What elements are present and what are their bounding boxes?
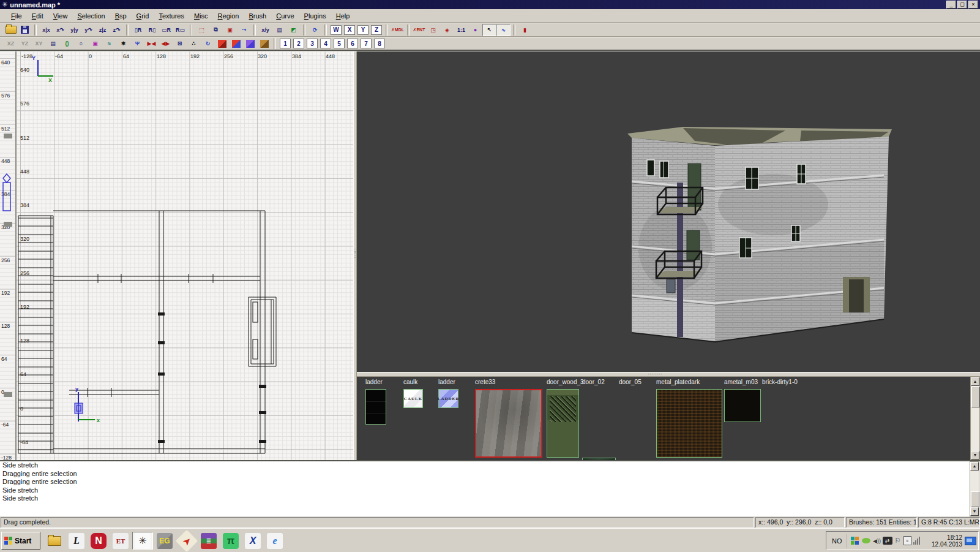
texture-tile-caulk[interactable]: CAULK: [403, 389, 423, 408]
rotate-e-icon[interactable]: ↻: [201, 37, 215, 50]
flag-icon[interactable]: ⚐: [892, 536, 903, 546]
restore-button[interactable]: ◻: [957, 1, 967, 9]
leaf-icon[interactable]: [861, 536, 872, 546]
explorer-icon[interactable]: [44, 532, 65, 550]
entity-inspector-icon[interactable]: ▤: [272, 24, 286, 36]
flip-y-icon[interactable]: y|y: [67, 24, 81, 36]
texture-browser[interactable]: ladder caulk CAULK ladder LADDER crete33…: [357, 377, 980, 460]
axis-w-button[interactable]: W: [331, 25, 342, 35]
menu-textures[interactable]: Textures: [154, 10, 189, 21]
select-mode-icon[interactable]: ↖: [482, 24, 496, 36]
view-xy-icon[interactable]: XY: [32, 37, 46, 50]
texture-scrollbar[interactable]: ▲ ▼: [970, 377, 980, 460]
group-3-button[interactable]: 3: [307, 39, 318, 48]
waves-icon[interactable]: ≈: [102, 37, 116, 50]
texture-swatch-red-icon[interactable]: [215, 37, 229, 50]
texture-swatch-brown-icon[interactable]: [257, 37, 271, 50]
close-button[interactable]: ×: [968, 1, 978, 9]
select-touching-icon[interactable]: R▯: [145, 24, 159, 36]
radiant-icon[interactable]: ✳: [132, 532, 153, 550]
save-icon[interactable]: [18, 24, 32, 36]
menu-bsp[interactable]: Bsp: [110, 10, 132, 21]
tray-clock[interactable]: 18:12 12.04.2013: [925, 534, 963, 548]
patch-icon[interactable]: (): [60, 37, 74, 50]
group-2-button[interactable]: 2: [293, 39, 304, 48]
rotate-x-icon[interactable]: x↷: [53, 24, 67, 36]
monitor-arrow-icon[interactable]: ⇄: [883, 537, 892, 545]
group-6-button[interactable]: 6: [347, 39, 358, 48]
console-scrollbar-thumb[interactable]: [971, 491, 979, 507]
connect-mode-icon[interactable]: ∿: [496, 24, 511, 36]
menu-plugins[interactable]: Plugins: [299, 10, 331, 21]
dont-select-models-icon[interactable]: ✗MDL: [391, 24, 405, 36]
select-inside-icon[interactable]: R▭: [173, 24, 187, 36]
scroll-down-icon[interactable]: ▼: [970, 507, 979, 516]
clipper-icon[interactable]: ⤳: [237, 24, 251, 36]
endcap-icon[interactable]: ▶◀: [144, 37, 159, 50]
menu-misc[interactable]: Misc: [189, 10, 213, 21]
group-1-button[interactable]: 1: [280, 39, 291, 48]
menu-help[interactable]: Help: [331, 10, 355, 21]
cap-icon[interactable]: ▣: [88, 37, 102, 50]
csg-merge-icon[interactable]: ⧉: [209, 24, 223, 36]
volume-icon[interactable]: ◀)): [872, 536, 883, 546]
select-partial-tall-icon[interactable]: ▭R: [159, 24, 173, 36]
texture-view-icon[interactable]: ◩: [286, 24, 301, 36]
anchor-icon[interactable]: Ψ: [130, 37, 144, 50]
group-8-button[interactable]: 8: [374, 39, 385, 48]
rotate-z-icon[interactable]: z↷: [110, 24, 124, 36]
l-editor-icon[interactable]: L: [66, 532, 87, 550]
menu-file[interactable]: File: [6, 10, 27, 21]
camera-view-3d[interactable]: [357, 51, 980, 372]
menu-selection[interactable]: Selection: [72, 10, 110, 21]
crossed-box-icon[interactable]: ⊠: [173, 37, 187, 50]
avg-icon[interactable]: [850, 536, 861, 546]
view-xz-icon[interactable]: XZ: [4, 37, 18, 50]
csg-subtract-icon[interactable]: ⬚: [195, 24, 209, 36]
flip-z-icon[interactable]: z|z: [95, 24, 110, 36]
z-axis-window[interactable]: 640 576 512 448 384 320 256 192 128 64 0…: [0, 51, 17, 460]
group-7-button[interactable]: 7: [361, 39, 372, 48]
flip-x-icon[interactable]: x|x: [39, 24, 53, 36]
clipboard-icon[interactable]: ≡: [903, 536, 911, 545]
network-icon[interactable]: [965, 537, 976, 545]
select-complete-tall-icon[interactable]: ▯R: [131, 24, 145, 36]
texture-tile-metal-platedark[interactable]: [656, 389, 722, 458]
language-indicator[interactable]: NO: [828, 537, 846, 545]
axis-x-button[interactable]: X: [344, 25, 355, 35]
eg-app-icon[interactable]: EG: [154, 532, 175, 550]
texture-tile-crete33-selected[interactable]: [475, 389, 542, 458]
scroll-up-icon[interactable]: ▲: [971, 377, 979, 386]
notepad-icon[interactable]: N: [88, 532, 109, 550]
menu-brush[interactable]: Brush: [244, 10, 271, 21]
texture-tile-ladder-blue[interactable]: LADDER: [438, 389, 458, 408]
menu-region[interactable]: Region: [213, 10, 244, 21]
change-views-icon[interactable]: x/y: [258, 24, 272, 36]
scroll-up-icon[interactable]: ▲: [970, 462, 979, 471]
texture-tile-door-wood-3[interactable]: [547, 389, 579, 458]
xfire-icon[interactable]: X: [242, 532, 263, 550]
group-5-button[interactable]: 5: [334, 39, 345, 48]
fit-icon[interactable]: 1:1: [454, 24, 468, 36]
open-file-icon[interactable]: [4, 24, 18, 36]
winrar-icon[interactable]: ≣: [198, 532, 219, 550]
horizontal-splitter[interactable]: ········: [357, 372, 980, 377]
view-yz-icon[interactable]: YZ: [18, 37, 32, 50]
texture-tile-ametal-m03[interactable]: [724, 389, 761, 422]
console-icon[interactable]: ▤: [46, 37, 60, 50]
minimize-button[interactable]: _: [946, 1, 956, 9]
comet-icon[interactable]: ●: [468, 24, 482, 36]
texture-scrollbar-thumb[interactable]: [971, 387, 980, 407]
menu-curve[interactable]: Curve: [271, 10, 299, 21]
people-icon[interactable]: ∴: [187, 37, 201, 50]
circle-icon[interactable]: ○: [74, 37, 88, 50]
start-button[interactable]: Start: [1, 532, 40, 550]
console-scrollbar[interactable]: ▲ ▼: [970, 461, 979, 516]
signal-icon[interactable]: [911, 536, 922, 546]
ie-icon[interactable]: e: [264, 532, 285, 550]
axis-z-button[interactable]: Z: [371, 25, 382, 35]
group-4-button[interactable]: 4: [320, 39, 331, 48]
rocket-icon[interactable]: ➤: [176, 532, 197, 550]
axis-y-button[interactable]: Y: [357, 25, 368, 35]
dont-select-entities-icon[interactable]: ✗ENT: [412, 24, 426, 36]
